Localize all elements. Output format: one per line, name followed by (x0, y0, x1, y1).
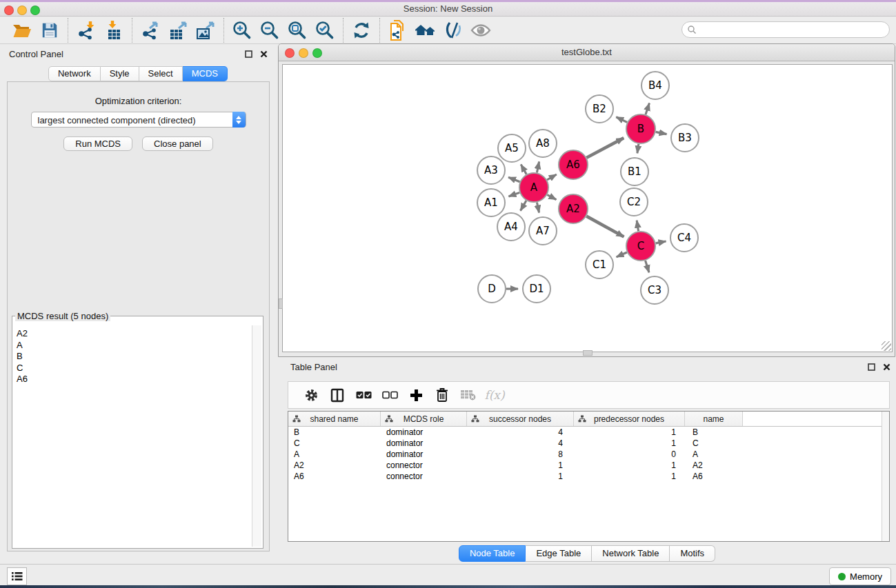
graph-edge-C-C1[interactable] (617, 252, 627, 257)
graph-edge-A-A1[interactable] (508, 192, 519, 196)
new-network-from-selection-button[interactable] (384, 18, 412, 43)
export-image-button[interactable] (192, 18, 219, 43)
select-all-rows-button[interactable] (350, 391, 377, 399)
table-panel-tab[interactable]: Motifs (670, 545, 715, 562)
column-header[interactable]: shared name (288, 412, 381, 426)
graph-edge-A-A6[interactable] (547, 174, 557, 180)
control-panel-tab[interactable]: MCDS (183, 66, 228, 81)
export-network-button[interactable] (137, 18, 164, 43)
graph-edge-C-C3[interactable] (646, 261, 649, 272)
table-row[interactable]: A2connector11A2 (288, 460, 889, 471)
mcds-result-item[interactable]: A6 (17, 374, 252, 385)
zoom-window-button[interactable] (30, 6, 40, 15)
table-cell: B (288, 427, 381, 438)
memory-button[interactable]: Memory (829, 567, 891, 585)
graph-edge-A6-B[interactable] (586, 138, 624, 158)
table-panel-tab[interactable]: Edge Table (526, 545, 592, 562)
zoom-fit-button[interactable] (283, 18, 311, 43)
graph-edge-A-A7[interactable] (537, 203, 539, 213)
task-history-button[interactable] (7, 567, 27, 585)
network-canvas[interactable]: AA1A2A3A4A5A6A7A8BB1B2B3B4CC1C2C3C4DD1 (282, 64, 893, 352)
control-panel-tab[interactable]: Style (101, 66, 139, 81)
column-header[interactable]: successor nodes (467, 412, 574, 426)
float-panel-icon[interactable] (868, 363, 875, 371)
table-cell: dominator (381, 449, 467, 460)
minimize-window-button[interactable] (17, 6, 27, 15)
close-panel-icon[interactable] (883, 363, 890, 371)
control-panel-tab[interactable]: Network (48, 66, 101, 81)
graph-edge-B-B4[interactable] (646, 103, 650, 115)
close-window-button[interactable] (4, 6, 14, 15)
column-header[interactable]: MCDS role (381, 412, 467, 426)
result-scrollbar[interactable] (252, 325, 261, 547)
graph-edge-B-B1[interactable] (637, 144, 639, 154)
import-table-button[interactable] (100, 18, 128, 43)
table-row[interactable]: Adominator80A (288, 449, 889, 460)
create-column-button[interactable] (403, 389, 429, 402)
close-panel-button[interactable]: Close panel (142, 136, 213, 151)
open-session-button[interactable] (8, 18, 36, 43)
export-table-button[interactable] (164, 18, 192, 43)
zoom-selected-button[interactable] (311, 18, 339, 43)
graph-node-label-B: B (637, 123, 644, 135)
graph-edge-B-B3[interactable] (656, 132, 667, 134)
graph-edge-A-A3[interactable] (508, 177, 520, 182)
mcds-result-item[interactable]: C (17, 363, 252, 374)
table-cell: B (685, 427, 743, 438)
zoom-out-button[interactable] (256, 18, 283, 43)
close-panel-icon[interactable] (260, 50, 268, 58)
graph-edge-C-C4[interactable] (656, 241, 666, 243)
graph-edge-B-B2[interactable] (616, 117, 627, 123)
table-settings-button[interactable] (298, 388, 324, 403)
search-input[interactable] (697, 23, 889, 37)
zoom-in-button[interactable] (228, 18, 256, 43)
horizontal-scrollbar-thumb[interactable] (583, 350, 593, 356)
close-network-window-button[interactable] (285, 48, 295, 58)
mcds-result-item[interactable]: A (17, 340, 252, 352)
refresh-button[interactable] (348, 18, 375, 43)
deselect-all-rows-button[interactable] (377, 391, 403, 399)
table-panel-tab[interactable]: Node Table (459, 545, 526, 562)
save-session-button[interactable] (36, 18, 63, 43)
zoom-network-window-button[interactable] (312, 48, 322, 58)
import-network-button[interactable] (72, 18, 100, 43)
window-resize-grip[interactable] (882, 341, 891, 351)
graph-edge-C-C2[interactable] (637, 221, 638, 232)
column-header[interactable]: predecessor nodes (574, 412, 685, 426)
minimize-network-window-button[interactable] (299, 48, 308, 58)
table-cell: 4 (467, 438, 574, 449)
mcds-result-item[interactable]: A2 (17, 328, 252, 340)
graph-edge-A-A2[interactable] (547, 195, 556, 200)
document-network-icon (388, 19, 408, 41)
optimization-criterion-select[interactable]: largest connected component (directed) (31, 112, 246, 128)
graph-node-label-C: C (637, 240, 644, 252)
delete-column-button[interactable] (429, 387, 455, 403)
run-mcds-button[interactable]: Run MCDS (63, 136, 132, 151)
graph-edge-A-A8[interactable] (537, 161, 539, 172)
table-cell: connector (381, 460, 467, 471)
table-cell: 1 (467, 471, 574, 482)
graph-node-label-B3: B3 (678, 132, 692, 144)
graph-edge-A-A5[interactable] (521, 165, 526, 174)
home-button[interactable] (412, 18, 439, 43)
column-header[interactable]: name (685, 412, 743, 426)
table-row[interactable]: Cdominator41C (288, 438, 889, 449)
network-window-titlebar: testGlobe.txt (279, 44, 895, 61)
table-cell: 1 (574, 460, 685, 471)
table-scrollbar[interactable] (882, 412, 889, 541)
mcds-result-item[interactable]: B (17, 351, 252, 363)
toolbar-divider (132, 18, 132, 43)
graph-edge-A2-C[interactable] (586, 216, 624, 237)
float-panel-icon[interactable] (245, 50, 252, 58)
table-panel-tab[interactable]: Network Table (592, 545, 670, 562)
vertical-scrollbar-thumb[interactable] (279, 298, 283, 309)
graph-edge-A-A4[interactable] (521, 201, 526, 211)
column-selector-button[interactable] (324, 388, 350, 403)
table-cell: A6 (685, 471, 743, 482)
control-panel-tab[interactable]: Select (139, 66, 183, 81)
table-row[interactable]: A6connector11A6 (288, 471, 889, 482)
mcds-tab-panel: Optimization criterion: largest connecte… (7, 81, 270, 551)
show-graphics-details-button[interactable] (467, 18, 495, 43)
table-row[interactable]: Bdominator41B (288, 427, 889, 438)
hide-graphics-details-button[interactable] (439, 18, 467, 43)
